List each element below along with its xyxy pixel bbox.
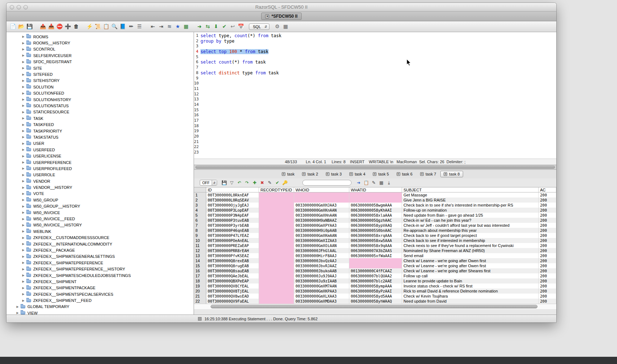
fetch-icon[interactable]: ⬇	[212, 23, 220, 30]
table-row[interactable]: 2200T3000000QV9FaEAL0033000000GmXMDAA300…	[194, 299, 556, 304]
tree-item-sfdc-registrant[interactable]: ▶SFDC_REGISTRANT	[7, 59, 194, 65]
tree-item-zkfedex-customaddresssource[interactable]: ▶ZKFEDEX__CUSTOMADDRESSSOURCE	[7, 235, 194, 241]
cell-recordtypeid[interactable]	[259, 263, 294, 268]
cell-recordtypeid[interactable]	[259, 228, 294, 233]
cell-whatid[interactable]: 006300000058ypVAAQ	[349, 223, 402, 228]
disclosure-triangle-icon[interactable]: ▶	[21, 117, 26, 120]
cell-ac[interactable]: 200	[539, 218, 556, 223]
disclosure-triangle-icon[interactable]: ▶	[21, 161, 26, 164]
cell-id[interactable]: 00T3000000Q8rugEAB	[206, 263, 259, 268]
disclosure-triangle-icon[interactable]: ▶	[21, 148, 26, 151]
column-header-subject[interactable]: SUBJECT	[402, 187, 539, 192]
cell-id[interactable]: 00T3000000L0RqSEAV	[206, 198, 259, 203]
disclosure-triangle-icon[interactable]: ▶	[21, 299, 26, 302]
cell-recordtypeid[interactable]	[259, 233, 294, 238]
cell-whatid[interactable]: 006300000058x9qAAA	[349, 243, 402, 248]
close-tab-icon[interactable]: ✕	[373, 172, 376, 176]
tree-item-zkfedex-shipmategeneralsettings[interactable]: ▶ZKFEDEX__SHIPMATEGENERALSETTINGS	[7, 254, 194, 260]
cell-whoid[interactable]: 0033000000GmXHnAAN	[294, 213, 349, 218]
export-file-icon[interactable]: 📤	[39, 23, 47, 30]
format-sql-icon[interactable]: ≋	[166, 23, 173, 30]
cell-id[interactable]: 00T3000000P47LYEAZ	[206, 233, 259, 238]
editor-line[interactable]: 12	[194, 92, 556, 97]
editor-line[interactable]: 2group by type	[194, 39, 556, 44]
find-icon[interactable]: 🔍	[111, 23, 118, 30]
cell-id[interactable]: 00T3000000Q8rexEAB	[206, 258, 259, 263]
tree-item-task[interactable]: ▶TASK	[7, 115, 194, 121]
cell-ac[interactable]: 200	[539, 198, 556, 203]
titlebar[interactable]: RazorSQL - SFDCW50 II	[7, 3, 556, 12]
editor-line[interactable]: 17	[194, 118, 556, 124]
cell-whatid[interactable]: 006300000058xrqAAA	[349, 233, 402, 238]
table-row[interactable]: 1900T3000000QV8CfEAL0033000000GmXM7AAN00…	[194, 283, 556, 289]
row-limit-select[interactable]: OFF ⇵	[200, 180, 217, 186]
tree-item-solutionfeed[interactable]: ▶SOLUTIONFEED	[7, 90, 194, 96]
cell-ac[interactable]: 200	[539, 213, 556, 218]
cell-whatid[interactable]	[349, 192, 402, 198]
cell-id[interactable]: 00T3000000P3N4pEAF	[206, 213, 259, 218]
cell-id[interactable]: 00T3000000OjyJgEAJ	[206, 203, 259, 208]
cell-recordtypeid[interactable]	[259, 268, 294, 273]
disclosure-triangle-icon[interactable]: ▶	[21, 224, 26, 227]
editor-line[interactable]: 16	[194, 113, 556, 118]
tree-item-solutionhistory[interactable]: ▶SOLUTIONHISTORY	[7, 96, 194, 103]
cell-whatid[interactable]: 00630000005xfWaAAI	[349, 253, 402, 258]
cell-whoid[interactable]: 0033000000GmXPYAA3	[294, 223, 349, 228]
table-row[interactable]: 1700T3000000QAeJbEAL0033000000Ju9J9AAJ00…	[194, 273, 556, 278]
column-header-recordtypeid[interactable]: RECORDTYPEID	[259, 187, 294, 192]
zoom-window-icon[interactable]	[23, 5, 28, 9]
cell-whatid[interactable]: 0013000000C4fFCAAZ	[349, 268, 402, 273]
result-tab-task-6[interactable]: ✕task 6	[393, 171, 416, 177]
tree-item-zkfedex-shipment[interactable]: ▶ZKFEDEX__SHIPMENT	[7, 278, 194, 285]
cell-subject[interactable]: Check-in w/ Ed - can he join this year?	[402, 218, 539, 223]
tree-item-vote[interactable]: ▶VOTE	[7, 191, 194, 197]
disclosure-triangle-icon[interactable]: ▶	[21, 192, 26, 195]
cell-id[interactable]: 00T3000000PRR8rEAH	[206, 248, 259, 253]
cell-subject[interactable]: Follow up call	[402, 273, 539, 278]
result-tab-task-8[interactable]: ✕task 8	[440, 171, 463, 177]
cell-whatid[interactable]	[349, 258, 402, 263]
disclosure-triangle-icon[interactable]: ▶	[21, 142, 26, 145]
table-row[interactable]: 400T3000000P3LopEAF0033000000GmXKnAAN006…	[194, 208, 556, 213]
reference-icon[interactable]: 📘	[119, 23, 126, 30]
close-window-icon[interactable]	[10, 5, 14, 9]
cell-subject[interactable]: Give Jenn a BIG RAISE	[402, 198, 539, 203]
cell-ac[interactable]: 200	[539, 228, 556, 233]
disclosure-triangle-icon[interactable]: ▶	[21, 60, 26, 64]
edit-row-icon[interactable]: ✎	[267, 179, 273, 186]
disclosure-triangle-icon[interactable]: ▶	[21, 255, 26, 258]
rollback-icon[interactable]: ↩	[229, 23, 236, 30]
cell-ac[interactable]: 200	[539, 273, 556, 278]
tree-item-weblink[interactable]: ▶WEBLINK	[7, 228, 194, 234]
disclosure-triangle-icon[interactable]: ▶	[21, 179, 26, 183]
document-tab[interactable]: ✕ *SFDCW50 II	[261, 13, 301, 20]
close-tab-icon[interactable]: ✕	[326, 172, 329, 176]
table-row[interactable]: 700T3000000P3yrbEAB0033000000GmXPYAA3006…	[194, 223, 556, 228]
redo-icon[interactable]: ↷	[244, 179, 250, 186]
disclosure-triangle-icon[interactable]: ▶	[21, 135, 26, 139]
cell-subject[interactable]: Rick to email David & reference Delmonte…	[402, 289, 539, 294]
favorites-icon[interactable]: ★	[174, 23, 181, 30]
cell-id[interactable]: 00T3000000P3LopEAF	[206, 208, 259, 213]
tree-item-rooms[interactable]: ▶ROOMS	[7, 34, 194, 40]
disclosure-triangle-icon[interactable]: ▶	[21, 123, 26, 126]
tree-item-w50-invoice-history[interactable]: ▶W50_INVOICE__HISTORY	[7, 222, 194, 228]
table-row[interactable]: 300T3000000OjyJgEAJ0033000000GmXHJAA3006…	[194, 203, 556, 208]
history-icon[interactable]: 📅	[237, 23, 245, 30]
cell-ac[interactable]: 200	[539, 243, 556, 248]
cell-id[interactable]: 00T3000000QV8TjEAL	[206, 289, 259, 294]
disclosure-triangle-icon[interactable]: ▶	[21, 129, 26, 133]
tree-item-global-temporary[interactable]: ▶GLOBAL TEMPORARY	[7, 304, 194, 310]
column-header-whatid[interactable]: WHATID	[349, 187, 402, 192]
tree-item-w50-group-history[interactable]: ▶W50_GROUP__HISTORY	[7, 203, 194, 209]
cell-recordtypeid[interactable]	[259, 289, 294, 294]
cell-subject[interactable]: Check w/ Leanne - we're going after Owen…	[402, 258, 539, 263]
tree-item-zkfedex-shipmentpackage[interactable]: ▶ZKFEDEX__SHIPMENTPACKAGE	[7, 285, 194, 291]
accept-changes-icon[interactable]: ✔	[274, 179, 281, 186]
tree-item-userpreference[interactable]: ▶USERPREFERENCE	[7, 159, 194, 165]
disclosure-triangle-icon[interactable]: ▶	[21, 186, 26, 189]
table-row[interactable]: 600T3000000P3tuvEAB0033000000H9aNBAAZ006…	[194, 218, 556, 223]
cell-whatid[interactable]: 00630000007A3bZAAS	[349, 248, 402, 253]
disclosure-triangle-icon[interactable]: ▶	[21, 217, 26, 221]
delete-row-icon[interactable]: ✖	[259, 179, 266, 186]
